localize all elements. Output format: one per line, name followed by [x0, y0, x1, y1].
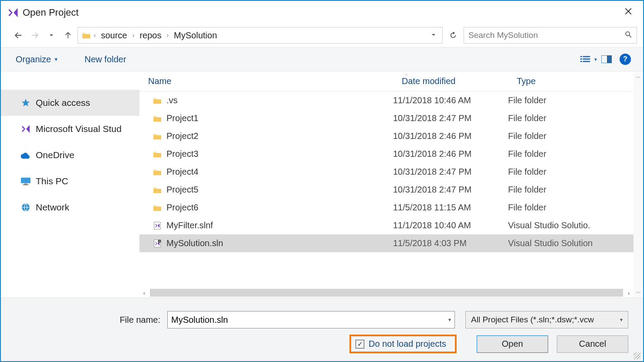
organize-label: Organize [16, 54, 51, 64]
svg-rect-5 [580, 61, 582, 62]
recent-locations-button[interactable] [44, 28, 58, 42]
sidebar-item-label: Microsoft Visual Stud [36, 124, 122, 134]
file-name-field-wrap[interactable]: ▾ [167, 311, 455, 328]
folder-icon [153, 132, 162, 141]
file-row[interactable]: 16MySolution.sln11/5/2018 4:03 PMVisual … [139, 234, 634, 252]
file-name: Project1 [166, 113, 198, 123]
refresh-button[interactable] [445, 27, 461, 44]
checkmark-icon: ✓ [357, 341, 363, 347]
file-row[interactable]: MyFilter.slnf11/1/2018 10:40 AMVisual St… [139, 217, 634, 234]
sidebar-item-label: Network [36, 202, 69, 213]
sidebar-item-pc[interactable]: This PC [1, 168, 139, 194]
sort-indicator-icon: ︿ [404, 71, 409, 77]
file-date: 11/5/2018 4:03 PM [393, 238, 508, 248]
folder-icon [153, 150, 162, 159]
breadcrumb-item[interactable]: MySolution [171, 30, 220, 41]
scroll-up-button[interactable]: ︿ [634, 71, 643, 81]
column-header-name[interactable]: Name [139, 76, 393, 86]
file-row[interactable]: Project510/31/2018 2:47 PMFile folder [139, 181, 634, 199]
file-pane: ︿ Name Date modified Type .vs11/1/2018 1… [139, 71, 643, 298]
preview-pane-button[interactable] [598, 52, 615, 67]
file-name-input[interactable] [171, 315, 448, 325]
search-input[interactable] [468, 30, 624, 40]
svg-rect-6 [583, 61, 590, 62]
organize-menu[interactable]: Organize ▼ [13, 53, 61, 66]
resize-grip[interactable] [634, 352, 641, 359]
breadcrumb-item[interactable]: source [98, 30, 130, 41]
sidebar-item-label: OneDrive [36, 150, 75, 160]
scrollbar-track[interactable] [150, 289, 623, 297]
svg-rect-2 [583, 56, 590, 58]
horizontal-scrollbar[interactable]: ‹ › [139, 288, 634, 298]
help-button[interactable]: ? [620, 54, 631, 65]
file-name-label: File name: [115, 315, 163, 325]
open-button[interactable]: Open [477, 335, 548, 353]
back-button[interactable] [11, 28, 25, 42]
file-type-filter[interactable]: All Project Files (*.sln;*.dsw;*.vcw ▾ [465, 311, 628, 328]
file-row[interactable]: Project110/31/2018 2:47 PMFile folder [139, 109, 634, 127]
breadcrumb-item[interactable]: repos [137, 30, 164, 41]
do-not-load-projects-label[interactable]: Do not load projects [369, 339, 446, 349]
folder-icon [153, 114, 162, 123]
file-type: Visual Studio Solutio. [508, 220, 634, 230]
cancel-button[interactable]: Cancel [557, 335, 628, 353]
new-folder-button[interactable]: New folder [82, 53, 129, 66]
forward-button[interactable] [28, 28, 42, 42]
svg-text:16: 16 [159, 240, 161, 242]
column-header-type[interactable]: Type [508, 76, 634, 86]
file-type: File folder [508, 95, 634, 105]
sidebar-item-vs[interactable]: Microsoft Visual Stud [1, 116, 139, 142]
sidebar-item-quick-access[interactable]: Quick access [1, 90, 139, 116]
file-type: File folder [508, 167, 634, 177]
file-type: File folder [508, 185, 634, 195]
arrow-up-icon [64, 31, 72, 40]
chevron-down-icon [49, 33, 54, 38]
close-button[interactable] [620, 7, 637, 18]
breadcrumb-bar[interactable]: › source › repos › MySolution [78, 27, 443, 44]
file-row[interactable]: Project210/31/2018 2:46 PMFile folder [139, 127, 634, 145]
file-name: Project5 [166, 185, 198, 195]
toolbar: Organize ▼ New folder ▼ ? [1, 47, 643, 71]
title-bar: Open Project [1, 1, 643, 24]
column-header-row: ︿ Name Date modified Type [139, 71, 634, 91]
sidebar-item-onedrive[interactable]: OneDrive [1, 142, 139, 168]
sidebar-item-network[interactable]: Network [1, 194, 139, 220]
main-area: Quick accessMicrosoft Visual StudOneDriv… [1, 71, 643, 298]
view-options-button[interactable]: ▼ [580, 52, 598, 67]
vertical-scrollbar[interactable]: ︿ ﹀ [634, 71, 643, 298]
open-button-label: Open [502, 339, 523, 349]
file-name: Project3 [166, 149, 198, 159]
breadcrumb-dropdown[interactable] [431, 32, 439, 39]
up-button[interactable] [61, 28, 75, 42]
search-icon[interactable] [624, 30, 632, 41]
nav-bar: › source › repos › MySolution [1, 24, 643, 47]
search-box[interactable] [464, 27, 637, 44]
file-type: File folder [508, 113, 634, 123]
chevron-down-icon[interactable]: ▾ [448, 317, 451, 323]
column-header-date[interactable]: Date modified [393, 76, 508, 86]
file-name: MySolution.sln [166, 238, 223, 248]
sidebar-item-label: Quick access [36, 98, 90, 108]
file-date: 10/31/2018 2:46 PM [393, 149, 508, 159]
scroll-right-button[interactable]: › [624, 290, 634, 296]
chevron-down-icon [431, 32, 436, 37]
chevron-down-icon: ▼ [593, 57, 598, 62]
scroll-left-button[interactable]: ‹ [139, 290, 149, 296]
help-icon: ? [623, 55, 627, 63]
sidebar-item-label: This PC [36, 176, 68, 186]
do-not-load-projects-checkbox[interactable]: ✓ [356, 340, 364, 348]
folder-icon [153, 203, 162, 212]
file-name: Project4 [166, 167, 198, 177]
svg-rect-3 [580, 58, 582, 60]
file-name: Project2 [166, 131, 198, 141]
file-row[interactable]: .vs11/1/2018 10:46 AMFile folder [139, 91, 634, 109]
file-row[interactable]: Project410/31/2018 2:47 PMFile folder [139, 163, 634, 181]
svg-point-0 [626, 32, 630, 36]
chevron-right-icon: › [132, 32, 135, 39]
folder-icon [153, 168, 162, 176]
file-type: Visual Studio Solution [508, 238, 634, 248]
file-row[interactable]: Project310/31/2018 2:46 PMFile folder [139, 145, 634, 163]
scroll-down-button[interactable]: ﹀ [634, 288, 643, 298]
file-row[interactable]: Project611/5/2018 11:15 AMFile folder [139, 199, 634, 217]
file-type: File folder [508, 149, 634, 159]
